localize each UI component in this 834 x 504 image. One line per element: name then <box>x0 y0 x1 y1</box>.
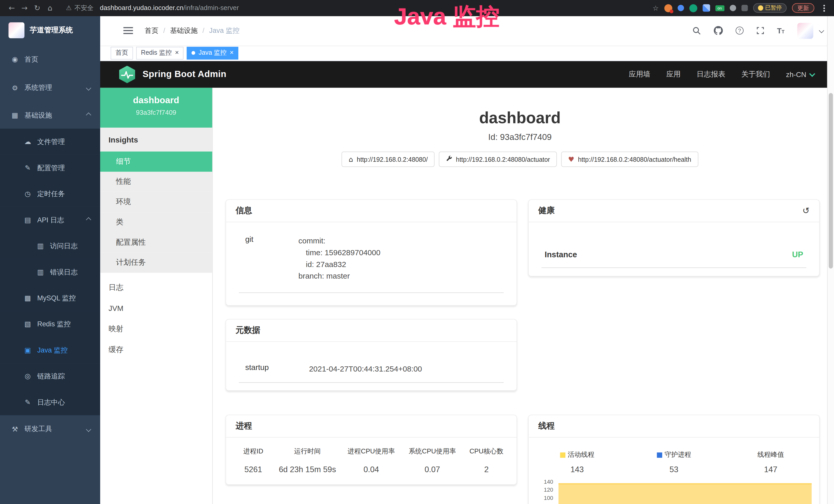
y-tick: 140 <box>534 479 553 485</box>
breadcrumb: 首页 基础设施 Java 监控 <box>145 26 239 35</box>
sidebar-item-scheduled-jobs[interactable]: 定时任务 <box>0 181 100 207</box>
url-path: /infra/admin-server <box>183 4 239 12</box>
reload-icon[interactable]: ↻ <box>31 4 44 12</box>
sidebar-item-trace[interactable]: 链路追踪 <box>0 363 100 389</box>
font-size-icon[interactable] <box>777 26 785 35</box>
sba-menu-details[interactable]: 细节 <box>100 152 212 172</box>
breadcrumb-home[interactable]: 首页 <box>145 26 158 35</box>
app-logo-row[interactable]: 芋道管理系统 <box>0 16 100 45</box>
bookmark-star-icon[interactable]: ☆ <box>653 4 659 12</box>
threads-area-series <box>558 483 812 504</box>
tag-java-monitor[interactable]: Java 监控 <box>187 46 239 59</box>
app-sidebar: 芋道管理系统 首页 系统管理 基础设施 文件管理 配置管理 定时任务 <box>0 16 100 504</box>
endpoint-health-button[interactable]: ♥ http://192.168.0.2:48080/actuator/heal… <box>561 152 698 167</box>
breadcrumb-separator <box>202 27 204 35</box>
sba-menu-environment[interactable]: 环境 <box>100 192 212 212</box>
sba-language-select[interactable]: zh-CN <box>786 70 814 78</box>
sba-details-panel: dashboard Id: 93a3fc7f7409 ⌂ http://192.… <box>213 88 827 504</box>
sba-nav-wallboard[interactable]: 应用墙 <box>629 70 650 79</box>
extension-icon-4[interactable] <box>702 4 710 12</box>
security-indicator[interactable]: ⚠ 不安全 <box>66 3 93 12</box>
sba-menu-scheduled-tasks[interactable]: 计划任务 <box>100 253 212 273</box>
sba-nav-journal[interactable]: 日志报表 <box>697 70 725 79</box>
sba-menu-section-insights: Insights <box>100 128 212 152</box>
user-avatar[interactable] <box>797 23 813 39</box>
extension-icon-1[interactable] <box>664 4 672 12</box>
health-card: 健康 Instance UP <box>528 200 820 276</box>
metadata-key: startup <box>245 363 309 375</box>
sidebar-item-config-management[interactable]: 配置管理 <box>0 155 100 181</box>
close-icon[interactable] <box>230 49 234 56</box>
layers-icon <box>23 320 32 328</box>
breadcrumb-current: Java 监控 <box>209 26 239 35</box>
address-bar[interactable]: dashboard.yudao.iocoder.cn/infra/admin-s… <box>100 4 239 12</box>
forward-icon[interactable]: → <box>18 4 31 12</box>
endpoint-actuator-button[interactable]: http://192.168.0.2:48080/actuator <box>439 152 557 167</box>
spring-boot-admin-logo[interactable] <box>119 66 135 83</box>
home-icon[interactable]: ⌂ <box>44 4 57 12</box>
sidebar-item-mysql-monitor[interactable]: MySQL 监控 <box>0 285 100 311</box>
sba-menu-config-properties[interactable]: 配置属性 <box>100 232 212 253</box>
gear-icon <box>10 84 19 92</box>
sba-menu-logs[interactable]: 日志 <box>100 277 212 298</box>
sba-menu-performance[interactable]: 性能 <box>100 172 212 192</box>
live-threads-value: 143 <box>529 465 626 474</box>
paused-badge[interactable]: 已暂停 <box>753 3 787 13</box>
sba-nav-applications[interactable]: 应用 <box>666 70 681 79</box>
clock-icon <box>23 190 32 198</box>
sba-menu-mappings[interactable]: 映射 <box>100 318 212 339</box>
search-icon[interactable] <box>693 26 701 35</box>
extension-icon-5[interactable] <box>729 5 736 11</box>
extension-icon-3[interactable] <box>689 4 697 12</box>
tag-home[interactable]: 首页 <box>111 46 133 59</box>
browser-menu-icon[interactable] <box>824 7 825 9</box>
extension-icon-6[interactable] <box>741 5 748 11</box>
legend-peak-threads: 线程峰值 147 <box>722 450 819 474</box>
sidebar-item-dev-tools[interactable]: 研发工具 <box>0 415 100 443</box>
sba-menu-caches[interactable]: 缓存 <box>100 339 212 360</box>
health-heart-icon: ♥ <box>568 155 574 163</box>
sidebar-item-system-management[interactable]: 系统管理 <box>0 74 100 102</box>
close-icon[interactable] <box>175 49 179 56</box>
sidebar-item-redis-monitor[interactable]: Redis 监控 <box>0 311 100 337</box>
app-logo <box>8 22 24 38</box>
sidebar-item-file-management[interactable]: 文件管理 <box>0 129 100 155</box>
legend-swatch-blue <box>657 452 662 458</box>
sidebar-item-home[interactable]: 首页 <box>0 45 100 74</box>
dashboard-icon <box>10 55 19 63</box>
health-key: Instance <box>545 250 577 259</box>
sidebar-item-java-monitor[interactable]: Java 监控 <box>0 337 100 363</box>
scrollbar[interactable] <box>827 16 834 504</box>
sidebar-item-infrastructure[interactable]: 基础设施 <box>0 102 100 129</box>
help-icon[interactable] <box>736 27 744 35</box>
chrome-update-button[interactable]: 更新 <box>792 3 814 13</box>
github-icon[interactable] <box>714 26 723 35</box>
sidebar-item-api-logs[interactable]: API 日志 <box>0 207 100 233</box>
back-icon[interactable]: ← <box>5 4 18 12</box>
process-card-title: 进程 <box>236 420 252 432</box>
instance-id-subtitle: Id: 93a3fc7f7409 <box>213 133 827 142</box>
sba-nav-about[interactable]: 关于我们 <box>741 70 770 79</box>
sba-brand-title[interactable]: Spring Boot Admin <box>142 69 226 79</box>
sidebar-item-error-logs[interactable]: 错误日志 <box>0 259 100 285</box>
y-tick: 100 <box>534 495 553 501</box>
scrollbar-thumb[interactable] <box>829 93 833 268</box>
sidebar-item-log-center[interactable]: 日志中心 <box>0 389 100 415</box>
process-table-values: 5261 6d 23h 15m 59s 0.04 0.07 2 <box>233 458 510 478</box>
metadata-card: 元数据 startup 2021-04-27T00:44:31.254+08:0… <box>225 319 517 391</box>
extension-icon-2[interactable] <box>677 5 684 11</box>
extension-icon-on[interactable] <box>715 5 724 11</box>
chevron-down-icon[interactable] <box>819 28 824 33</box>
history-icon[interactable] <box>803 206 810 216</box>
sba-menu-jvm[interactable]: JVM <box>100 298 212 319</box>
fullscreen-icon[interactable] <box>756 27 764 35</box>
security-label: 不安全 <box>74 3 93 12</box>
breadcrumb-infrastructure[interactable]: 基础设施 <box>170 26 198 35</box>
metadata-row-startup: startup 2021-04-27T00:44:31.254+08:00 <box>239 363 504 383</box>
instance-header[interactable]: dashboard 93a3fc7f7409 <box>100 88 212 128</box>
sidebar-item-access-logs[interactable]: 访问日志 <box>0 233 100 259</box>
hamburger-icon[interactable] <box>123 27 133 34</box>
tag-redis-monitor[interactable]: Redis 监控 <box>136 46 184 59</box>
sba-menu-classes[interactable]: 类 <box>100 212 212 232</box>
endpoint-root-button[interactable]: ⌂ http://192.168.0.2:48080/ <box>342 152 435 167</box>
